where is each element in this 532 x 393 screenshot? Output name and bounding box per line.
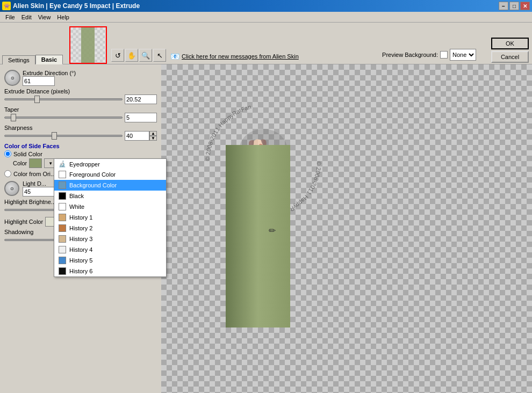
history3-label: History 3 [69, 236, 92, 242]
menu-edit[interactable]: Edit [18, 13, 35, 21]
history6-swatch [59, 267, 66, 275]
sharpness-label: Sharpness [4, 125, 157, 131]
tab-settings[interactable]: Settings [2, 55, 35, 64]
extrude-direction-label: Extrude Direction (°) [23, 70, 157, 76]
preview-thumbnail [69, 26, 107, 64]
taper-input[interactable] [125, 113, 157, 122]
foreground-color-label: Foreground Color [69, 171, 116, 178]
close-button[interactable]: ✕ [520, 2, 530, 10]
solid-color-radio[interactable] [4, 150, 11, 157]
dropdown-foreground-color[interactable]: Foreground Color [54, 169, 166, 180]
background-color-label: Background Color [69, 182, 117, 188]
solid-color-label: Solid Color [13, 151, 42, 157]
window-title: Alien Skin | Eye Candy 5 Impact | Extrud… [13, 2, 499, 10]
dropdown-history3[interactable]: History 3 [54, 234, 166, 244]
history4-swatch [59, 246, 66, 253]
solid-color-radio-row: Solid Color [4, 150, 157, 157]
foreground-swatch [59, 171, 66, 178]
sharpness-slider-track[interactable] [4, 135, 123, 137]
window-controls: − □ ✕ [499, 2, 530, 10]
tab-basic[interactable]: Basic [35, 55, 63, 64]
extruded-shape [226, 145, 290, 328]
hand-icon[interactable]: ✋ [125, 49, 138, 62]
history1-label: History 1 [69, 214, 92, 221]
menu-file[interactable]: File [2, 13, 18, 21]
cancel-button[interactable]: Cancel [491, 51, 529, 63]
eyedropper-icon: 🔬 [59, 161, 66, 168]
light-direction-area: Light D... [23, 180, 55, 196]
titlebar: 👾 Alien Skin | Eye Candy 5 Impact | Extr… [0, 0, 532, 12]
color-from-original-label: Color from Ori... [13, 171, 55, 177]
sharpness-input[interactable] [125, 131, 149, 141]
highlight-color-label: Highlight Color [4, 219, 43, 225]
extrude-direction-input[interactable] [23, 76, 55, 86]
extrude-direction-row: ⊙ Extrude Direction (°) [4, 70, 157, 86]
sharpness-spinner[interactable]: ▲ ▼ [149, 131, 157, 141]
sharpness-down[interactable]: ▼ [149, 136, 157, 141]
rotate-icon[interactable]: ↺ [111, 49, 124, 62]
taper-slider-thumb[interactable] [11, 114, 16, 121]
extrude-distance-label: Extrude Distance (pixels) [4, 88, 157, 94]
history3-swatch [59, 235, 66, 243]
light-direction-input[interactable] [23, 187, 55, 196]
taper-label: Taper [4, 106, 157, 113]
color-dropdown-menu: 🔬 Eyedropper Foreground Color Background… [54, 158, 167, 277]
menu-view[interactable]: View [35, 13, 54, 21]
history1-swatch [59, 214, 66, 221]
sharpness-slider-thumb[interactable] [52, 132, 57, 140]
extrude-distance-slider-thumb[interactable] [34, 96, 40, 103]
dropdown-history1[interactable]: History 1 [54, 212, 166, 223]
dropdown-black[interactable]: Black [54, 191, 166, 201]
history5-swatch [59, 257, 66, 264]
preview-bg-select[interactable]: None [450, 49, 476, 61]
ok-cancel-area: OK Cancel [491, 38, 529, 63]
preview-extruded [81, 27, 95, 63]
message-banner[interactable]: 📧 Click here for new messages from Alien… [170, 52, 299, 61]
black-label: Black [69, 193, 84, 199]
white-label: White [69, 203, 84, 210]
extrude-distance-slider-track[interactable] [4, 98, 123, 100]
sharpness-up[interactable]: ▲ [149, 131, 157, 136]
sharpness-row: Sharpness ▲ ▼ [4, 125, 157, 141]
icon-toolbar: ↺ ✋ 🔍 ↖ [111, 49, 166, 62]
dropdown-history2[interactable]: History 2 [54, 223, 166, 234]
dropdown-history6[interactable]: History 6 [54, 266, 166, 276]
dropdown-white[interactable]: White [54, 201, 166, 212]
menu-help[interactable]: Help [54, 13, 73, 21]
color-swatch-btn[interactable] [29, 158, 42, 168]
app-icon: 👾 [2, 2, 11, 10]
taper-row: Taper [4, 106, 157, 122]
dropdown-history5[interactable]: History 5 [54, 255, 166, 266]
history6-label: History 6 [69, 268, 92, 274]
direction-dial[interactable]: ⊙ [4, 70, 20, 86]
canvas-content: © 2008-2011 HappyRatFan 🐕 © 2008-2011 Ha… [161, 64, 532, 393]
ok-button[interactable]: OK [491, 38, 529, 49]
arrow-icon[interactable]: ↖ [153, 49, 166, 62]
history2-label: History 2 [69, 225, 92, 231]
background-swatch [59, 181, 66, 189]
eyedropper-label: Eyedropper [69, 161, 100, 168]
cursor-indicator: ✏ [269, 225, 276, 236]
preview-bg-label: Preview Background: [382, 52, 438, 58]
color-label: Color [13, 160, 27, 166]
light-direction-dial[interactable]: ⊙ [4, 181, 19, 196]
minimize-button[interactable]: − [499, 2, 508, 10]
taper-slider-track[interactable] [4, 117, 123, 119]
maximize-button[interactable]: □ [509, 2, 519, 10]
history5-label: History 5 [69, 257, 92, 264]
dropdown-eyedropper[interactable]: 🔬 Eyedropper [54, 159, 166, 169]
dropdown-background-color[interactable]: Background Color [54, 180, 166, 191]
zoom-icon[interactable]: 🔍 [139, 49, 152, 62]
canvas-area: © 2008-2011 HappyRatFan 🐕 © 2008-2011 Ha… [161, 64, 532, 393]
preview-bg-area: Preview Background: None [382, 49, 476, 61]
extrude-distance-input[interactable] [125, 94, 157, 104]
extrude-distance-row: Extrude Distance (pixels) [4, 88, 157, 104]
color-from-original-radio[interactable] [4, 170, 11, 177]
light-direction-label: Light D... [23, 180, 55, 187]
black-swatch [59, 192, 66, 200]
dropdown-history4[interactable]: History 4 [54, 244, 166, 255]
history2-swatch [59, 224, 66, 232]
history4-label: History 4 [69, 246, 92, 253]
extrude-direction-area: Extrude Direction (°) [23, 70, 157, 86]
message-link[interactable]: Click here for new messages from Alien S… [182, 53, 299, 60]
